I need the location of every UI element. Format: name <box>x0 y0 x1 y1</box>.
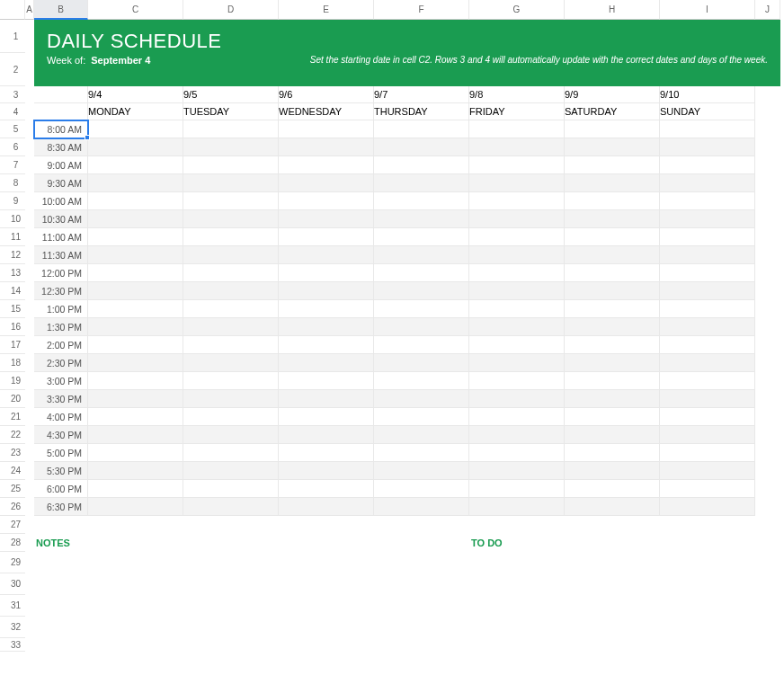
cell-J25[interactable] <box>755 480 780 498</box>
schedule-cell-r5-c0[interactable] <box>88 120 183 138</box>
cell-J29[interactable] <box>755 552 780 573</box>
cell-A32[interactable] <box>25 617 34 638</box>
time-label-26[interactable]: 6:30 PM <box>34 498 88 516</box>
schedule-cell-r16-c5[interactable] <box>565 318 660 336</box>
col-header-I[interactable]: I <box>660 0 755 20</box>
cell-J7[interactable] <box>755 156 780 174</box>
schedule-cell-r5-c3[interactable] <box>374 120 469 138</box>
schedule-cell-r12-c6[interactable] <box>660 246 755 264</box>
col-header-J[interactable]: J <box>755 0 780 20</box>
schedule-cell-r6-c4[interactable] <box>469 138 565 156</box>
schedule-cell-r12-c0[interactable] <box>88 246 183 264</box>
date-header-3[interactable]: 9/7 <box>374 86 469 103</box>
schedule-cell-r13-c1[interactable] <box>183 264 279 282</box>
time-label-6[interactable]: 8:30 AM <box>34 138 88 156</box>
schedule-cell-r10-c5[interactable] <box>565 210 660 228</box>
schedule-cell-r10-c2[interactable] <box>279 210 374 228</box>
cell-J3[interactable] <box>755 86 780 103</box>
cell-J16[interactable] <box>755 318 780 336</box>
schedule-cell-r14-c5[interactable] <box>565 282 660 300</box>
col-header-G[interactable]: G <box>469 0 565 20</box>
cell-J19[interactable] <box>755 372 780 390</box>
schedule-cell-r21-c4[interactable] <box>469 408 565 426</box>
notes-line-30[interactable] <box>34 573 374 595</box>
cell-A23[interactable] <box>25 444 34 462</box>
schedule-cell-r19-c6[interactable] <box>660 372 755 390</box>
cell-J22[interactable] <box>755 426 780 444</box>
week-of-value[interactable]: September 4 <box>91 55 150 66</box>
cell-A14[interactable] <box>25 282 34 300</box>
cell-J31[interactable] <box>755 595 780 617</box>
schedule-cell-r10-c3[interactable] <box>374 210 469 228</box>
todo-line-29[interactable] <box>469 552 755 573</box>
time-label-18[interactable]: 2:30 PM <box>34 354 88 372</box>
schedule-cell-r11-c0[interactable] <box>88 228 183 246</box>
cell-A11[interactable] <box>25 228 34 246</box>
schedule-cell-r15-c6[interactable] <box>660 300 755 318</box>
cell-blank27-5[interactable] <box>469 516 565 534</box>
schedule-cell-r18-c4[interactable] <box>469 354 565 372</box>
cell-J10[interactable] <box>755 210 780 228</box>
schedule-cell-r21-c1[interactable] <box>183 408 279 426</box>
schedule-cell-r24-c4[interactable] <box>469 462 565 480</box>
cell-blank33-1[interactable] <box>88 638 183 652</box>
schedule-cell-r8-c3[interactable] <box>374 174 469 192</box>
schedule-cell-r15-c4[interactable] <box>469 300 565 318</box>
schedule-cell-r17-c3[interactable] <box>374 336 469 354</box>
schedule-cell-r9-c4[interactable] <box>469 192 565 210</box>
cell-A15[interactable] <box>25 300 34 318</box>
schedule-cell-r19-c0[interactable] <box>88 372 183 390</box>
cell-A18[interactable] <box>25 354 34 372</box>
cell-J8[interactable] <box>755 174 780 192</box>
schedule-cell-r24-c6[interactable] <box>660 462 755 480</box>
schedule-cell-r25-c4[interactable] <box>469 480 565 498</box>
time-label-24[interactable]: 5:30 PM <box>34 462 88 480</box>
schedule-cell-r5-c1[interactable] <box>183 120 279 138</box>
schedule-cell-r23-c0[interactable] <box>88 444 183 462</box>
schedule-cell-r18-c5[interactable] <box>565 354 660 372</box>
cell-blank33-0[interactable] <box>34 638 88 652</box>
schedule-cell-r5-c6[interactable] <box>660 120 755 138</box>
schedule-cell-r26-c0[interactable] <box>88 498 183 516</box>
schedule-cell-r21-c2[interactable] <box>279 408 374 426</box>
schedule-cell-r14-c2[interactable] <box>279 282 374 300</box>
date-header-6[interactable]: 9/10 <box>660 86 755 103</box>
schedule-cell-r19-c5[interactable] <box>565 372 660 390</box>
schedule-cell-r23-c1[interactable] <box>183 444 279 462</box>
schedule-cell-r9-c0[interactable] <box>88 192 183 210</box>
schedule-cell-r9-c3[interactable] <box>374 192 469 210</box>
schedule-cell-r12-c3[interactable] <box>374 246 469 264</box>
schedule-cell-r9-c1[interactable] <box>183 192 279 210</box>
notes-line-29[interactable] <box>34 552 374 573</box>
schedule-cell-r6-c5[interactable] <box>565 138 660 156</box>
day-header-1[interactable]: TUESDAY <box>183 103 279 120</box>
schedule-cell-r10-c4[interactable] <box>469 210 565 228</box>
cell-A26[interactable] <box>25 498 34 516</box>
schedule-cell-r25-c1[interactable] <box>183 480 279 498</box>
schedule-cell-r23-c2[interactable] <box>279 444 374 462</box>
schedule-cell-r23-c3[interactable] <box>374 444 469 462</box>
time-label-8[interactable]: 9:30 AM <box>34 174 88 192</box>
cell-blank27-1[interactable] <box>88 516 183 534</box>
time-label-17[interactable]: 2:00 PM <box>34 336 88 354</box>
cell-A22[interactable] <box>25 426 34 444</box>
schedule-cell-r7-c5[interactable] <box>565 156 660 174</box>
cell-J18[interactable] <box>755 354 780 372</box>
schedule-cell-r21-c0[interactable] <box>88 408 183 426</box>
schedule-cell-r7-c6[interactable] <box>660 156 755 174</box>
schedule-cell-r23-c6[interactable] <box>660 444 755 462</box>
selection-handle[interactable] <box>85 135 90 140</box>
schedule-cell-r6-c0[interactable] <box>88 138 183 156</box>
cell-A9[interactable] <box>25 192 34 210</box>
schedule-cell-r20-c5[interactable] <box>565 390 660 408</box>
schedule-cell-r7-c1[interactable] <box>183 156 279 174</box>
schedule-cell-r17-c1[interactable] <box>183 336 279 354</box>
schedule-cell-r20-c6[interactable] <box>660 390 755 408</box>
schedule-cell-r15-c3[interactable] <box>374 300 469 318</box>
schedule-cell-r13-c4[interactable] <box>469 264 565 282</box>
schedule-cell-r21-c5[interactable] <box>565 408 660 426</box>
schedule-cell-r10-c0[interactable] <box>88 210 183 228</box>
schedule-cell-r26-c1[interactable] <box>183 498 279 516</box>
schedule-cell-r15-c2[interactable] <box>279 300 374 318</box>
cell-blank33-6[interactable] <box>565 638 660 652</box>
